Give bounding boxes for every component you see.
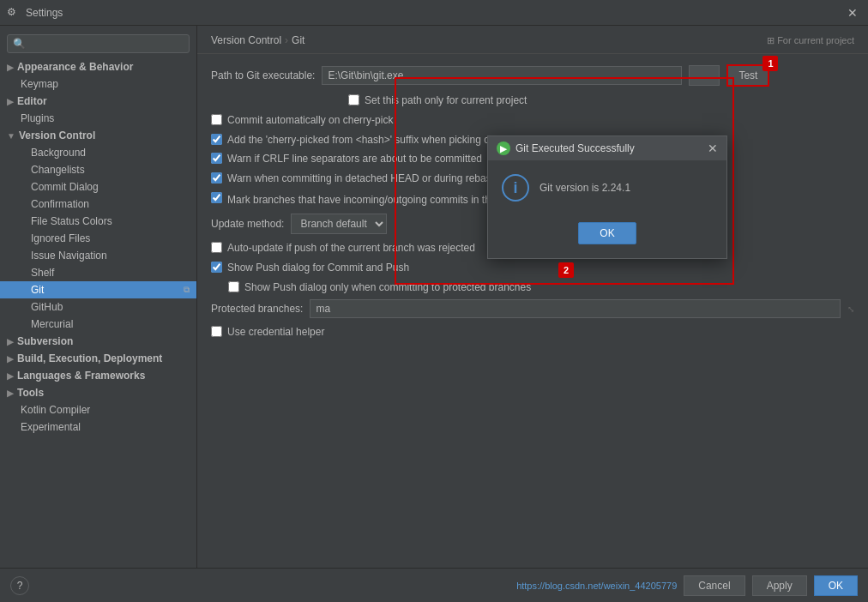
collapse-icon: ▶ [7, 388, 14, 398]
title-bar: ⚙ Settings ✕ [0, 0, 868, 26]
sidebar-item-label: Shelf [31, 267, 54, 279]
dialog-footer: OK [488, 215, 726, 258]
dialog-git-icon: ▶ [497, 141, 510, 155]
cancel-button[interactable]: Cancel [684, 575, 744, 596]
sidebar-item-label: Background [31, 147, 86, 159]
sidebar-item-label: GitHub [31, 301, 63, 313]
dialog-title-bar: ▶ Git Executed Successfully ✕ [488, 136, 726, 160]
sidebar-item-build-execution[interactable]: ▶ Build, Execution, Deployment [0, 350, 196, 367]
sidebar-item-label: Changelists [31, 164, 85, 176]
sidebar-item-label: Version Control [19, 129, 95, 141]
sidebar-item-label: File Status Colors [31, 215, 112, 227]
sidebar-item-label: Kotlin Compiler [21, 404, 90, 416]
sidebar-item-appearance[interactable]: ▶ Appearance & Behavior [0, 58, 196, 75]
sidebar-item-label: Mercurial [31, 318, 73, 330]
sidebar-item-experimental[interactable]: Experimental ⧉ [0, 418, 196, 436]
footer: ? https://blog.csdn.net/weixin_44205779 … [0, 568, 868, 602]
footer-left: ? [10, 576, 29, 595]
sidebar-item-label: Tools [17, 387, 44, 399]
git-success-dialog: ▶ Git Executed Successfully ✕ i Git vers… [487, 135, 727, 259]
sidebar-item-label: Issue Navigation [31, 250, 107, 262]
help-button[interactable]: ? [10, 576, 29, 595]
sidebar-item-tools[interactable]: ▶ Tools [0, 384, 196, 401]
sidebar-item-label: Keymap [21, 78, 58, 90]
sidebar-item-label: Languages & Frameworks [17, 370, 145, 382]
ok-button[interactable]: OK [814, 575, 858, 596]
search-box[interactable]: 🔍 [7, 34, 190, 53]
dialog-message: Git version is 2.24.1 [539, 182, 630, 194]
sidebar-item-github[interactable]: GitHub ⧉ [0, 298, 196, 316]
window-close-button[interactable]: ✕ [844, 4, 861, 21]
title-text: Settings [26, 7, 844, 19]
sidebar-item-mercurial[interactable]: Mercurial ⧉ [0, 316, 196, 333]
sidebar-item-ignored-files[interactable]: Ignored Files ⧉ [0, 230, 196, 247]
dialog-highlight-box: ▶ Git Executed Successfully ✕ i Git vers… [395, 77, 734, 285]
search-icon: 🔍 [13, 38, 26, 50]
sidebar-item-plugins[interactable]: Plugins [0, 110, 196, 127]
sidebar-item-label: Confirmation [31, 198, 89, 210]
sidebar-item-commit-dialog[interactable]: Commit Dialog ⧉ [0, 178, 196, 196]
sidebar-item-kotlin-compiler[interactable]: Kotlin Compiler ⧉ [0, 401, 196, 418]
sidebar-item-issue-navigation[interactable]: Issue Navigation ⧉ [0, 247, 196, 264]
sidebar-item-label: Ignored Files [31, 232, 90, 244]
sidebar-item-label: Commit Dialog [31, 181, 99, 193]
search-input[interactable] [26, 38, 184, 50]
dialog-ok-button[interactable]: OK [578, 222, 636, 244]
sidebar-item-label: Plugins [21, 112, 54, 124]
main-layout: 🔍 ▶ Appearance & Behavior Keymap ▶ Edito… [0, 26, 868, 568]
footer-link[interactable]: https://blog.csdn.net/weixin_44205779 [516, 581, 677, 591]
sidebar-item-background[interactable]: Background ⧉ [0, 144, 196, 161]
collapse-icon: ▶ [7, 337, 14, 346]
sidebar-item-label: Editor [17, 95, 47, 107]
dialog-title-text: Git Executed Successfully [515, 142, 702, 154]
dialog-close-button[interactable]: ✕ [708, 141, 718, 155]
apply-button[interactable]: Apply [752, 575, 807, 596]
sidebar-item-label: Experimental [21, 421, 81, 433]
dialog-overlay: ▶ Git Executed Successfully ✕ i Git vers… [197, 26, 868, 568]
sidebar-item-changelists[interactable]: Changelists ⧉ [0, 161, 196, 178]
copy-icon: ⧉ [184, 285, 190, 295]
dialog-body: i Git version is 2.24.1 [488, 160, 726, 215]
step2-annotation-dialog: 2 [558, 262, 574, 278]
dialog-highlight-container: ▶ Git Executed Successfully ✕ i Git vers… [395, 77, 734, 285]
content-area: Version Control › Git ⊞ For current proj… [197, 26, 868, 568]
dialog-info-icon: i [502, 174, 529, 202]
sidebar-item-label: Build, Execution, Deployment [17, 352, 162, 364]
sidebar-item-editor[interactable]: ▶ Editor [0, 93, 196, 110]
sidebar-item-keymap[interactable]: Keymap [0, 75, 196, 93]
sidebar-item-label: Git [31, 284, 44, 296]
collapse-icon: ▶ [7, 371, 14, 381]
sidebar-item-confirmation[interactable]: Confirmation ⧉ [0, 196, 196, 213]
collapse-icon: ▶ [7, 97, 14, 106]
sidebar: 🔍 ▶ Appearance & Behavior Keymap ▶ Edito… [0, 26, 197, 568]
settings-icon: ⚙ [7, 6, 21, 20]
footer-right: https://blog.csdn.net/weixin_44205779 Ca… [516, 575, 858, 596]
collapse-icon: ▶ [7, 354, 14, 364]
step2-label-container: 2 [401, 262, 727, 278]
sidebar-item-shelf[interactable]: Shelf ⧉ [0, 264, 196, 281]
sidebar-item-version-control[interactable]: ▼ Version Control ⧉ [0, 127, 196, 144]
sidebar-item-git[interactable]: Git ⧉ [0, 281, 196, 298]
sidebar-item-subversion[interactable]: ▶ Subversion [0, 333, 196, 350]
sidebar-item-file-status-colors[interactable]: File Status Colors ⧉ [0, 213, 196, 230]
collapse-icon: ▼ [7, 131, 15, 141]
collapse-icon: ▶ [7, 63, 14, 72]
sidebar-item-languages[interactable]: ▶ Languages & Frameworks [0, 367, 196, 384]
sidebar-item-label: Appearance & Behavior [17, 61, 133, 73]
sidebar-item-label: Subversion [17, 335, 73, 347]
